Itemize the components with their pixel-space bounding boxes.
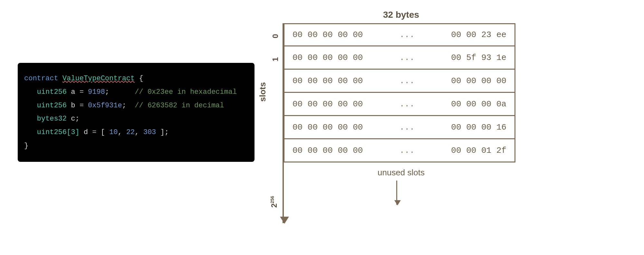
val-b: 0x5f931e (88, 102, 122, 110)
down-arrow-icon (396, 181, 397, 205)
eq-a: = (80, 88, 84, 96)
slot-bytes-left: 00 00 00 00 00 (293, 123, 363, 132)
slot-ellipsis: ... (399, 30, 415, 40)
unused-slots-label: unused slots (284, 168, 519, 178)
slot-index-0: 0 (271, 31, 280, 41)
var-c: c (71, 115, 75, 123)
code-line-d: uint256[3] d = [ 10, 22, 303 ]; (24, 126, 248, 139)
slot-bytes-left: 00 00 00 00 00 (293, 99, 363, 109)
d-v1: 10 (109, 128, 118, 136)
slot-bytes-left: 00 00 00 00 00 (293, 146, 363, 155)
d-v2: 22 (126, 128, 135, 136)
max-exp: 256 (270, 196, 275, 203)
var-d: d (84, 128, 88, 136)
semi-d: ; (165, 128, 169, 136)
code-line-contract: contract ValueTypeContract { (24, 72, 248, 85)
brace-close: } (24, 142, 28, 150)
slot-ellipsis: ... (399, 146, 415, 155)
storage-diagram: 32 bytes slots 0 1 00 00 00 00 00 ... 00… (267, 10, 519, 242)
type-b: uint256 (37, 102, 67, 110)
eq-b: = (80, 102, 84, 110)
contract-name: ValueTypeContract (62, 74, 135, 83)
type-c: bytes32 (37, 115, 67, 123)
close-d: ] (160, 128, 165, 136)
semi-a: ; (105, 88, 109, 96)
code-line-a: uint256 a = 9198; // 0x23ee in hexadecim… (24, 85, 248, 99)
val-a: 9198 (88, 88, 105, 96)
slot-bytes-left: 00 00 00 00 00 (293, 30, 363, 40)
slots-table: 00 00 00 00 00 ... 00 00 23 ee 00 00 00 … (284, 23, 515, 162)
diagram-container: contract ValueTypeContract { uint256 a =… (0, 0, 644, 255)
brace-open: { (139, 74, 143, 83)
code-line-c: bytes32 c; (24, 112, 248, 126)
type-a: uint256 (37, 88, 67, 96)
comment-a: // 0x23ee in hexadecimal (135, 88, 237, 96)
slot-bytes-left: 00 00 00 00 00 (293, 53, 363, 63)
eq-d: = (92, 128, 96, 136)
slot-row: 00 00 00 00 00 ... 00 5f 93 1e (284, 46, 515, 70)
open-d: [ (101, 128, 105, 136)
slot-ellipsis: ... (399, 99, 415, 109)
slot-bytes-right: 00 00 00 16 (451, 123, 506, 132)
code-line-b: uint256 b = 0x5f931e; // 6263582 in deci… (24, 99, 248, 113)
max-base: 2 (270, 203, 278, 208)
semi-c: ; (75, 115, 79, 123)
slot-row: 00 00 00 00 00 ... 00 00 01 2f (284, 139, 515, 162)
code-panel: contract ValueTypeContract { uint256 a =… (18, 63, 255, 162)
slot-ellipsis: ... (399, 53, 415, 63)
slot-bytes-left: 00 00 00 00 00 (293, 76, 363, 86)
slot-row: 00 00 00 00 00 ... 00 00 00 0a (284, 93, 515, 116)
max-slot-label: 2256 (270, 196, 279, 208)
keyword-contract: contract (24, 74, 58, 83)
slot-ellipsis: ... (399, 123, 415, 132)
slot-bytes-right: 00 00 00 00 (451, 76, 506, 86)
d-v3: 303 (143, 128, 156, 136)
var-a: a (71, 88, 75, 96)
slot-row: 00 00 00 00 00 ... 00 00 00 16 (284, 116, 515, 139)
bytes-label: 32 bytes (284, 10, 519, 20)
d-c2: , (135, 128, 139, 136)
slot-bytes-right: 00 5f 93 1e (451, 53, 506, 63)
code-line-close: } (24, 139, 248, 153)
comment-b: // 6263582 in decimal (135, 102, 224, 110)
slot-ellipsis: ... (399, 76, 415, 86)
slot-bytes-right: 00 00 00 0a (451, 99, 506, 109)
slot-bytes-right: 00 00 23 ee (451, 30, 506, 40)
slot-index-1: 1 (271, 54, 280, 64)
var-b: b (71, 102, 75, 110)
slot-bytes-right: 00 00 01 2f (451, 146, 506, 155)
slots-axis-label: slots (258, 82, 268, 102)
slot-row: 00 00 00 00 00 ... 00 00 23 ee (284, 23, 515, 46)
d-c1: , (118, 128, 122, 136)
semi-b: ; (122, 102, 126, 110)
type-d: uint256[3] (37, 128, 80, 136)
slot-row: 00 00 00 00 00 ... 00 00 00 00 (284, 70, 515, 93)
